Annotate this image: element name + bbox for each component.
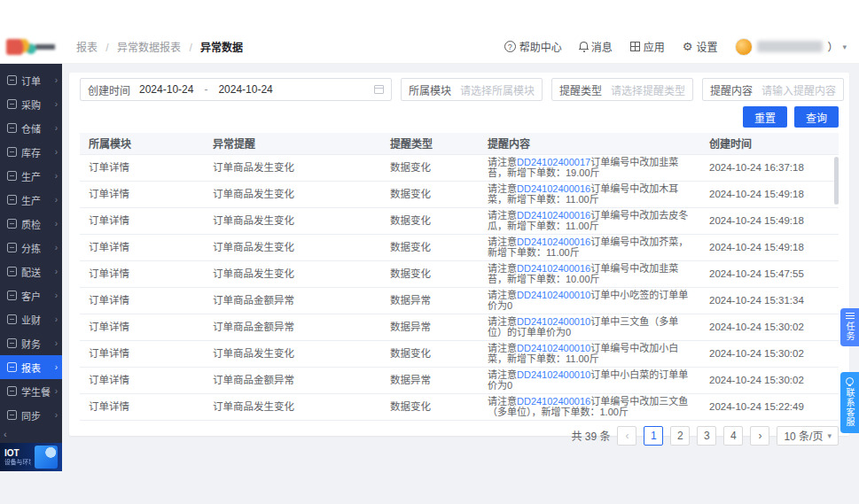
table-scrollbar[interactable] [834, 157, 839, 205]
settings-button[interactable]: ⚙ 设置 [683, 39, 718, 54]
chevron-right-icon: › [55, 171, 58, 181]
sidebar-item-procurement[interactable]: 采购› [0, 92, 62, 116]
iot-title: IOT [4, 448, 31, 459]
chevron-down-icon: ▾ [827, 431, 832, 440]
apps-grid-icon [630, 42, 640, 51]
sidebar-item-finance[interactable]: 财务› [0, 331, 62, 355]
order-number-link[interactable]: DD24102400016 [517, 263, 590, 274]
sidebar-item-sync[interactable]: 同步› [0, 403, 62, 427]
chevron-right-icon: › [55, 410, 58, 420]
sidebar-item-label: 学生餐 [21, 384, 51, 399]
date-range-picker[interactable]: 创建时间 2024-10-24 - 2024-10-24 [80, 78, 392, 101]
apps-button[interactable]: 应用 [630, 39, 665, 54]
module-cell: 订单详情 [80, 314, 204, 340]
breadcrumb-item[interactable]: 异常数据报表 [117, 42, 181, 54]
user-menu[interactable]: ） ▾ [735, 38, 847, 56]
sorting-icon [7, 243, 17, 252]
order-number-link[interactable]: DD24102400016 [517, 210, 590, 221]
content-prefix: 请注意 [488, 183, 517, 194]
table-row: 订单详情订单商品发生变化数据变化请注意DD24102400016订单编号中改加去… [80, 207, 839, 234]
order-number-link[interactable]: DD24102400016 [517, 396, 590, 407]
customer-service-label: 联系客服 [843, 388, 856, 427]
type-cell: 数据变化 [381, 154, 479, 181]
order-number-link[interactable]: DD24102400010 [517, 316, 590, 327]
iot-panel[interactable]: IOT 设备与环境 [0, 443, 62, 471]
help-center-button[interactable]: 帮助中心 [504, 39, 562, 54]
module-select[interactable]: 所属模块 请选择所属模块 [401, 78, 543, 101]
task-list-icon [846, 313, 855, 319]
chevron-right-icon: › [55, 267, 58, 276]
order-number-link[interactable]: DD24102400010 [517, 290, 590, 300]
sidebar-item-sorting[interactable]: 分拣› [0, 236, 62, 260]
reset-button[interactable]: 重置 [743, 106, 787, 128]
table-row: 订单详情订单商品发生变化数据变化请注意DD24102400016订单编号中改加芥… [80, 234, 839, 260]
time-cell: 2024-10-24 15:22:49 [700, 393, 839, 420]
type-cell: 数据异常 [381, 367, 479, 393]
table-row: 订单详情订单商品发生变化数据变化请注意DD24102400016订单编号中改加木… [80, 181, 839, 207]
breadcrumb-current: 异常数据 [200, 42, 243, 54]
orders-icon [7, 75, 17, 85]
type-cell: 数据变化 [381, 234, 479, 260]
column-header-alert: 异常提醒 [204, 133, 381, 154]
customer-service-float-tab[interactable]: 联系客服 [840, 372, 859, 433]
alert-cell: 订单商品金额异常 [204, 367, 381, 393]
sidebar-item-student-meal[interactable]: 学生餐› [0, 379, 62, 403]
next-page-button[interactable]: › [750, 426, 769, 446]
chevron-right-icon: › [55, 314, 58, 324]
chevron-right-icon: › [55, 147, 58, 157]
time-cell: 2024-10-24 15:49:18 [700, 181, 839, 207]
page-button-2[interactable]: 2 [670, 426, 690, 446]
column-header-content: 提醒内容 [479, 133, 700, 154]
chevron-right-icon: › [55, 291, 58, 300]
sidebar-item-production[interactable]: 生产› [0, 164, 62, 188]
sidebar-item-label: 同步 [21, 408, 51, 423]
alert-cell: 订单商品发生变化 [204, 181, 381, 207]
order-number-link[interactable]: DD24102400017 [517, 157, 590, 167]
search-button[interactable]: 查询 [794, 106, 839, 128]
order-number-link[interactable]: DD24102400016 [517, 236, 590, 247]
order-number-link[interactable]: DD24102400010 [517, 343, 590, 353]
order-number-link[interactable]: DD24102400016 [517, 183, 590, 194]
sidebar-item-label: 库存 [21, 145, 51, 159]
sidebar-item-production-2[interactable]: 生产› [0, 188, 62, 212]
type-cell: 数据变化 [381, 393, 479, 420]
sidebar-item-inventory[interactable]: 库存› [0, 140, 62, 164]
table-row: 订单详情订单商品发生变化数据变化请注意DD24102400010订单编号中改加小… [80, 340, 839, 367]
sidebar-item-business-finance[interactable]: 业财› [0, 307, 62, 331]
breadcrumb-item[interactable]: 报表 [76, 42, 98, 54]
sidebar-item-delivery[interactable]: 配送› [0, 260, 62, 283]
help-icon [504, 41, 516, 52]
type-label: 提醒类型 [559, 82, 602, 97]
logo-area[interactable] [0, 39, 62, 55]
date-start-value: 2024-10-24 [139, 83, 193, 96]
page-button-1[interactable]: 1 [644, 426, 663, 446]
reminder-type-select[interactable]: 提醒类型 请选择提醒类型 [551, 78, 693, 101]
sidebar-item-warehouse[interactable]: 仓储› [0, 116, 62, 140]
messages-button[interactable]: 消息 [580, 39, 613, 54]
sidebar-item-orders[interactable]: 订单› [0, 68, 62, 92]
time-cell: 2024-10-24 16:37:18 [700, 154, 839, 181]
order-number-link[interactable]: DD24102400010 [517, 369, 590, 380]
prev-page-button[interactable]: ‹ [617, 426, 636, 446]
sidebar-collapse-button[interactable]: ‹ [0, 427, 62, 443]
reminder-content-cell: 请注意DD24102400010订单中小白菜的订单单价为0 [479, 367, 700, 393]
page-button-4[interactable]: 4 [723, 426, 743, 446]
sidebar-item-reports[interactable]: 报表› [0, 355, 62, 379]
page-size-select[interactable]: 10 条/页 ▾ [777, 426, 839, 446]
reminder-content-input[interactable]: 提醒内容 请输入提醒内容 [702, 78, 844, 101]
task-float-tab[interactable]: 任务 [840, 308, 859, 346]
reminder-content-cell: 请注意DD24102400010订单中小吃签的订单单价为0 [479, 287, 700, 314]
page-button-3[interactable]: 3 [697, 426, 716, 446]
sidebar-item-label: 分拣 [21, 241, 51, 255]
sidebar-item-customers[interactable]: 客户› [0, 283, 62, 307]
chevron-right-icon: › [55, 243, 58, 252]
content-prefix: 请注意 [488, 157, 517, 167]
business-finance-icon [7, 314, 17, 324]
top-actions: 帮助中心 消息 应用 ⚙ 设置 ） ▾ [504, 38, 859, 56]
alert-cell: 订单商品发生变化 [204, 154, 381, 181]
content-prefix: 请注意 [488, 343, 517, 353]
sidebar-item-quality-check[interactable]: 质检› [0, 212, 62, 236]
alert-cell: 订单商品发生变化 [204, 340, 381, 367]
time-cell: 2024-10-24 15:31:34 [700, 287, 839, 314]
table-row: 订单详情订单商品发生变化数据变化请注意DD24102400016订单编号中改加韭… [80, 260, 839, 287]
